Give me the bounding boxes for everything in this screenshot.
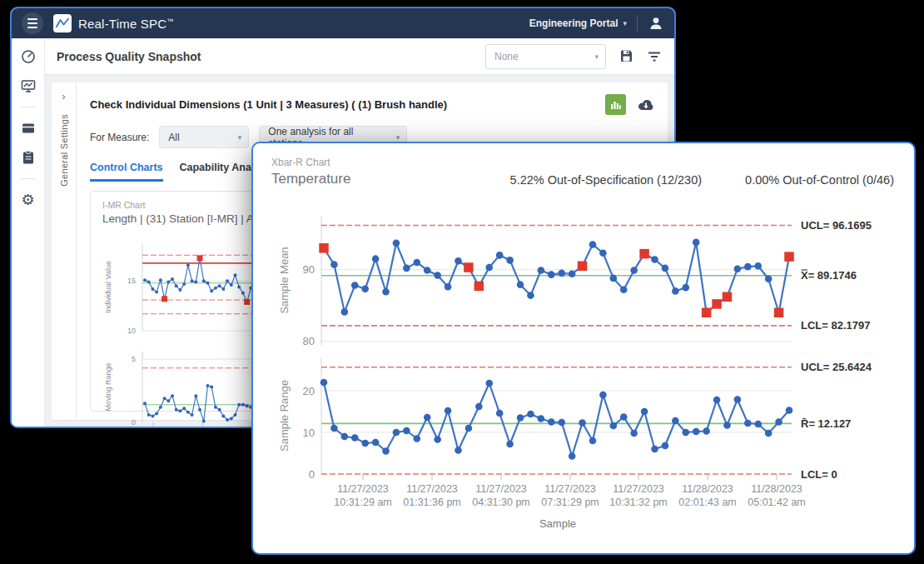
portal-selector[interactable]: Engineering Portal▾	[529, 17, 627, 29]
chart-text: 5	[132, 355, 136, 363]
data-point	[445, 407, 452, 415]
data-point	[424, 414, 431, 422]
data-point	[579, 419, 586, 427]
chart-text: Moving Range	[104, 362, 112, 411]
data-point	[166, 399, 170, 402]
out-of-spec-stat: 5.22% Out-of-Specification (12/230)	[510, 173, 703, 187]
data-point	[465, 425, 473, 432]
out-of-spec-point	[464, 262, 474, 272]
data-point	[182, 407, 186, 410]
data-point	[221, 414, 225, 417]
settings-gear-icon[interactable]: ⚙	[20, 192, 37, 208]
data-point	[151, 287, 154, 291]
data-point	[589, 437, 597, 445]
snapshot-preset-select[interactable]: None ▾	[485, 44, 606, 69]
chart-text: 11/27/2023	[406, 483, 458, 495]
chart-text: 0	[309, 468, 315, 481]
data-point	[506, 257, 514, 264]
chart-view-button[interactable]	[605, 94, 626, 115]
data-point	[445, 283, 452, 291]
data-point	[218, 408, 221, 412]
data-point	[599, 392, 607, 399]
data-point	[372, 255, 380, 262]
general-settings-label: General Settings	[59, 114, 69, 187]
data-point	[496, 252, 504, 259]
data-point	[403, 265, 410, 272]
data-point	[206, 282, 209, 285]
left-icon-sidebar: ⚙	[12, 38, 45, 427]
xbar-chart-kind: Xbar-R Chart	[271, 157, 350, 168]
data-point	[786, 407, 793, 414]
filter-button[interactable]	[646, 48, 663, 65]
data-point	[393, 239, 400, 247]
user-account-icon[interactable]	[648, 15, 664, 32]
data-point	[214, 406, 217, 409]
out-of-spec-point	[639, 249, 649, 259]
screen: Real-Time SPC™ Engineering Portal▾	[0, 0, 924, 564]
cloud-download-button[interactable]	[638, 97, 654, 113]
chart-text: 10:31:32 pm	[609, 497, 668, 508]
page-title: Process Quality Snapshot	[57, 50, 201, 63]
data-point	[651, 446, 658, 453]
save-button[interactable]	[618, 48, 634, 65]
out-of-spec-point	[197, 255, 203, 261]
data-point	[662, 265, 669, 272]
data-point	[414, 259, 421, 267]
data-point	[246, 404, 249, 407]
data-point	[527, 292, 534, 299]
chart-text: Sample	[539, 517, 576, 530]
inbox-icon[interactable]	[20, 120, 37, 137]
data-point	[226, 418, 229, 422]
data-point	[159, 406, 162, 409]
data-point	[226, 279, 229, 282]
general-settings-strip[interactable]: › General Settings	[52, 82, 77, 420]
series-line	[324, 382, 789, 457]
data-point	[163, 397, 166, 400]
data-point	[166, 281, 170, 284]
tab-control-charts[interactable]: Control Charts	[90, 162, 163, 182]
chart-text: 15	[127, 277, 136, 285]
data-point	[191, 413, 194, 417]
data-point	[218, 284, 221, 287]
out-of-control-stat: 0.00% Out-of-Control (0/46)	[745, 173, 894, 187]
data-point	[693, 428, 700, 436]
data-point	[517, 281, 524, 288]
data-point	[434, 436, 441, 443]
dashboard-gauge-icon[interactable]	[20, 48, 37, 65]
data-point	[210, 289, 213, 292]
out-of-spec-point	[474, 282, 484, 292]
out-of-spec-point	[578, 262, 588, 272]
out-of-spec-point	[702, 308, 712, 318]
chart-text: 11/27/2023	[544, 483, 596, 495]
data-point	[382, 288, 390, 296]
data-point	[330, 261, 338, 268]
data-point	[775, 418, 782, 426]
hamburger-menu-button[interactable]	[22, 12, 43, 34]
data-point	[475, 403, 483, 411]
collapse-chevron-icon[interactable]: ›	[62, 91, 66, 102]
app-brand-name: Real-Time SPC™	[78, 17, 173, 31]
data-point	[703, 427, 710, 435]
out-of-spec-point	[723, 292, 733, 302]
chevron-down-icon: ▾	[623, 19, 627, 27]
chart-text: 10:31:29 am	[334, 497, 392, 508]
data-point	[155, 412, 158, 415]
data-point	[241, 403, 245, 407]
data-point	[723, 422, 731, 429]
data-point	[527, 411, 534, 418]
monitor-chart-icon[interactable]	[20, 77, 37, 94]
data-point	[341, 308, 349, 316]
data-point	[434, 272, 441, 279]
clipboard-icon[interactable]	[20, 149, 37, 166]
chart-text: LCL= 0	[801, 468, 837, 481]
data-point	[361, 286, 369, 293]
data-point	[754, 421, 762, 428]
data-point	[198, 408, 201, 412]
measure-select[interactable]: All ▾	[159, 126, 249, 148]
chart-text: 0	[132, 418, 136, 427]
data-point	[599, 249, 607, 257]
data-point	[754, 262, 762, 270]
data-point	[693, 239, 700, 247]
chart-text: Individual Value	[104, 261, 112, 313]
snapshot-preset-value: None	[494, 51, 519, 62]
